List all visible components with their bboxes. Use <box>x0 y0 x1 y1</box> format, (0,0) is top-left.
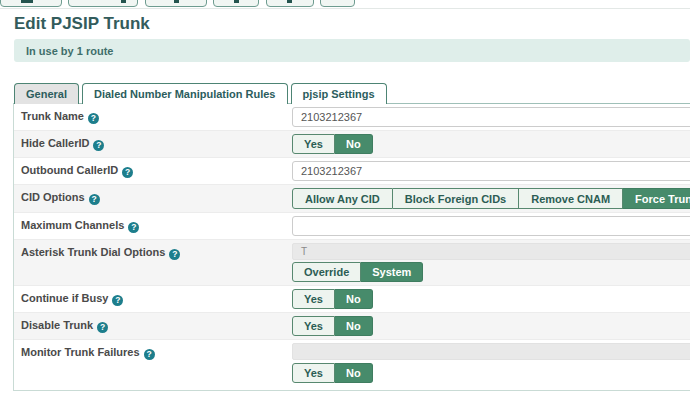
form-row-outbound-callerid: Outbound CallerID <box>14 157 690 184</box>
top-toolbar <box>0 0 690 9</box>
continue-if-busy-label: Continue if Busy <box>14 286 292 311</box>
help-icon[interactable] <box>88 113 99 124</box>
tab-bar: General Dialed Number Manipulation Rules… <box>14 83 690 103</box>
toolbar-button-2[interactable] <box>68 0 138 7</box>
disable-trunk-toggle: Yes No <box>292 316 373 336</box>
hide-callerid-no-button[interactable]: No <box>335 134 373 154</box>
outbound-callerid-input[interactable] <box>292 161 690 181</box>
form-row-disable-trunk: Disable Trunk Yes No <box>14 312 690 339</box>
form-row-hide-callerid: Hide CallerID Yes No <box>14 130 690 157</box>
cid-options-group: Allow Any CID Block Foreign CIDs Remove … <box>292 188 690 209</box>
monitor-trunk-failures-readonly-input <box>292 343 690 360</box>
toolbar-button-5[interactable] <box>266 0 314 7</box>
toolbar-button-1[interactable] <box>0 0 62 7</box>
toolbar-button-icon <box>21 0 33 3</box>
hide-callerid-toggle: Yes No <box>292 134 373 154</box>
help-icon[interactable] <box>89 194 100 205</box>
hide-callerid-label: Hide CallerID <box>14 131 292 156</box>
page-title: Edit PJSIP Trunk <box>14 14 690 34</box>
tab-pjsip-settings[interactable]: pjsip Settings <box>291 83 387 104</box>
cid-block-foreign-cids-button[interactable]: Block Foreign CIDs <box>393 188 519 209</box>
tab-general[interactable]: General <box>14 83 79 104</box>
cid-allow-any-cid-button[interactable]: Allow Any CID <box>292 188 393 209</box>
form-row-monitor-trunk-failures: Monitor Trunk Failures Yes No <box>14 339 690 390</box>
cid-remove-cnam-button[interactable]: Remove CNAM <box>519 188 623 209</box>
in-use-alert: In use by 1 route <box>14 39 690 62</box>
toolbar-button-icon <box>174 0 179 3</box>
toolbar-button-icon <box>121 0 126 3</box>
disable-trunk-yes-button[interactable]: Yes <box>292 316 335 336</box>
trunk-name-label: Trunk Name <box>14 104 292 129</box>
disable-trunk-no-button[interactable]: No <box>335 316 373 336</box>
toolbar-button-icon <box>234 0 239 3</box>
toolbar-button-icon <box>287 0 292 3</box>
help-icon[interactable] <box>169 249 180 260</box>
dial-options-override-button[interactable]: Override <box>292 262 361 282</box>
continue-if-busy-no-button[interactable]: No <box>335 289 373 309</box>
form-row-cid-options: CID Options Allow Any CID Block Foreign … <box>14 184 690 212</box>
toolbar-button-4[interactable] <box>213 0 259 7</box>
tab-dialed-number-manipulation-rules[interactable]: Dialed Number Manipulation Rules <box>82 83 288 104</box>
outbound-callerid-label: Outbound CallerID <box>14 158 292 183</box>
help-icon[interactable] <box>128 222 139 233</box>
continue-if-busy-yes-button[interactable]: Yes <box>292 289 335 309</box>
monitor-trunk-failures-no-button[interactable]: No <box>335 363 373 383</box>
help-icon[interactable] <box>97 322 108 333</box>
help-icon[interactable] <box>93 140 104 151</box>
monitor-trunk-failures-toggle: Yes No <box>292 363 690 383</box>
help-icon[interactable] <box>144 349 155 360</box>
maximum-channels-input[interactable] <box>292 216 690 236</box>
dial-options-label: Asterisk Trunk Dial Options <box>14 240 292 265</box>
dial-options-toggle: Override System <box>292 262 690 282</box>
form-row-continue-if-busy: Continue if Busy Yes No <box>14 285 690 312</box>
form-row-trunk-name: Trunk Name <box>14 104 690 130</box>
cid-options-label: CID Options <box>14 185 292 210</box>
monitor-trunk-failures-yes-button[interactable]: Yes <box>292 363 335 383</box>
dial-options-system-button[interactable]: System <box>361 262 423 282</box>
disable-trunk-label: Disable Trunk <box>14 313 292 338</box>
form-row-maximum-channels: Maximum Channels <box>14 212 690 239</box>
help-icon[interactable] <box>112 295 123 306</box>
trunk-name-input[interactable] <box>292 107 690 127</box>
toolbar-button-3[interactable] <box>145 0 207 7</box>
form-row-dial-options: Asterisk Trunk Dial Options T Override S… <box>14 239 690 285</box>
cid-force-trunk-cid-button[interactable]: Force Trunk CID <box>623 188 690 209</box>
toolbar-button-6[interactable] <box>320 0 355 7</box>
hide-callerid-yes-button[interactable]: Yes <box>292 134 335 154</box>
help-icon[interactable] <box>122 167 133 178</box>
maximum-channels-label: Maximum Channels <box>14 213 292 238</box>
general-tab-panel: Trunk Name Hide CallerID Yes No Outbound… <box>13 103 690 391</box>
continue-if-busy-toggle: Yes No <box>292 289 373 309</box>
dial-options-readonly-input: T <box>292 243 690 260</box>
monitor-trunk-failures-label: Monitor Trunk Failures <box>14 340 292 365</box>
